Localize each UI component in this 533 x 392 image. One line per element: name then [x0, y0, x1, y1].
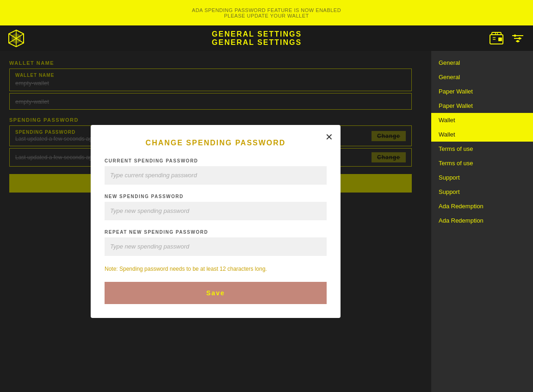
change-password-modal: ✕ CHANGE SPENDING PASSWORD CURRENT SPEND… [91, 125, 341, 318]
current-password-label: CURRENT SPENDING PASSWORD [105, 158, 327, 163]
sidebar-item-adaredemption1[interactable]: Ada Redemption [431, 199, 533, 213]
sidebar-item-support1[interactable]: Support [431, 170, 533, 185]
filter-icon [510, 31, 525, 46]
svg-point-14 [514, 34, 516, 37]
header-title: GENERAL SETTINGS GENERAL SETTINGS [25, 30, 488, 47]
new-password-label: NEW SPENDING PASSWORD [105, 194, 327, 199]
repeat-password-label: REPEAT NEW SPENDING PASSWORD [105, 230, 327, 235]
modal-save-button[interactable]: Save [105, 282, 327, 304]
sidebar-item-general2[interactable]: General [431, 70, 533, 84]
header-title-main: GENERAL SETTINGS [25, 30, 488, 38]
top-banner-line1: ADA SPENDING PASSWORD FEATURE IS NOW ENA… [192, 7, 341, 13]
header-title-sub: GENERAL SETTINGS [25, 38, 488, 47]
repeat-password-field: REPEAT NEW SPENDING PASSWORD [105, 230, 327, 256]
wallet-icon [489, 31, 504, 46]
sidebar-item-paperwallet2[interactable]: Paper Wallet [431, 99, 533, 113]
content-area: WALLET NAME WALLET NAME empty-wallet emp… [0, 51, 431, 392]
sidebar-item-adaredemption2[interactable]: Ada Redemption [431, 213, 533, 228]
current-password-input[interactable] [105, 166, 327, 185]
header-bar: GENERAL SETTINGS GENERAL SETTINGS [0, 25, 533, 51]
sidebar-item-paperwallet1[interactable]: Paper Wallet [431, 84, 533, 99]
svg-point-15 [519, 37, 521, 39]
svg-point-16 [517, 40, 519, 42]
wallet-icon-button[interactable] [488, 30, 505, 47]
sidebar-item-support2[interactable]: Support [431, 185, 533, 199]
sidebar-item-terms2[interactable]: Terms of use [431, 156, 533, 170]
modal-note: Note: Spending password needs to be at l… [105, 265, 327, 273]
header-icons [488, 30, 526, 47]
sidebar-item-general1[interactable]: General [431, 56, 533, 70]
repeat-password-input[interactable] [105, 237, 327, 256]
modal-close-button[interactable]: ✕ [325, 131, 333, 143]
modal-overlay: ✕ CHANGE SPENDING PASSWORD CURRENT SPEND… [0, 51, 431, 392]
filter-icon-button[interactable] [509, 30, 526, 47]
main-layout: WALLET NAME WALLET NAME empty-wallet emp… [0, 51, 533, 392]
modal-title: CHANGE SPENDING PASSWORD [105, 139, 327, 147]
new-password-field: NEW SPENDING PASSWORD [105, 194, 327, 220]
sidebar-item-wallet2[interactable]: Wallet [431, 127, 533, 142]
app-logo-icon [7, 29, 25, 48]
current-password-field: CURRENT SPENDING PASSWORD [105, 158, 327, 185]
sidebar-item-terms1[interactable]: Terms of use [431, 142, 533, 156]
new-password-input[interactable] [105, 202, 327, 220]
top-banner-line2: PLEASE UPDATE YOUR WALLET [224, 13, 309, 19]
sidebar: General General Paper Wallet Paper Walle… [431, 51, 533, 392]
svg-rect-6 [498, 37, 502, 41]
logo [7, 29, 25, 48]
top-banner: ADA SPENDING PASSWORD FEATURE IS NOW ENA… [0, 0, 533, 25]
sidebar-item-wallet1[interactable]: Wallet [431, 113, 533, 127]
